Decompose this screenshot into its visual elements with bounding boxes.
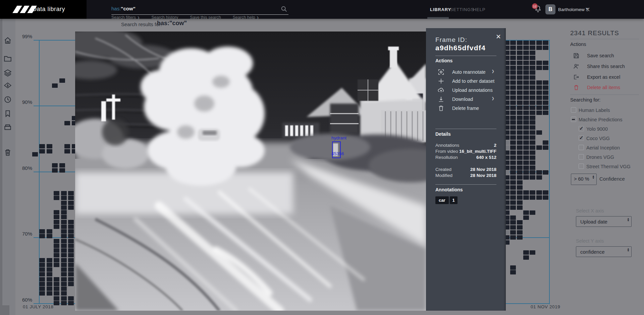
frame-cell[interactable] [523,51,529,55]
frame-cell[interactable] [61,282,67,286]
frame-cell[interactable] [517,96,523,100]
frame-cell[interactable] [47,267,52,272]
frame-cell[interactable] [523,161,529,165]
logo[interactable]: Data library [0,0,87,19]
frame-cell[interactable] [510,120,516,125]
frame-cell[interactable] [517,145,523,150]
frame-cell[interactable] [530,150,535,155]
frame-cell[interactable] [510,230,516,235]
frame-cell[interactable] [510,185,516,190]
frame-cell[interactable] [510,195,516,200]
frame-cell[interactable] [47,287,52,291]
frame-cell[interactable] [39,234,45,238]
frame-cell[interactable] [530,101,535,105]
frame-cell[interactable] [530,75,535,80]
checkbox[interactable] [579,126,584,131]
frame-cell[interactable] [68,205,74,210]
frame-cell[interactable] [68,229,74,234]
frame-cell[interactable] [32,152,38,156]
frame-cell[interactable] [530,80,535,85]
frame-cell[interactable] [59,168,65,173]
thermal-frame-preview[interactable]: hydrant 45356 [75,32,426,311]
frame-cell[interactable] [54,301,59,305]
frame-cell[interactable] [54,291,59,296]
frame-cell[interactable] [61,277,67,281]
frame-cell[interactable] [54,277,59,281]
delete-frame-button[interactable]: Delete frame [426,105,506,113]
archive-icon[interactable] [3,123,12,131]
frame-cell[interactable] [530,161,535,165]
frame-cell[interactable] [543,190,548,195]
frame-cell[interactable] [543,101,548,105]
frame-cell[interactable] [530,120,535,125]
frame-cell[interactable] [517,61,523,65]
history-icon[interactable] [3,95,12,104]
trash-icon[interactable] [3,148,12,157]
frame-cell[interactable] [517,200,523,205]
frame-cell[interactable] [517,85,523,90]
frame-cell[interactable] [54,244,59,248]
frame-cell[interactable] [536,175,542,180]
frame-cell[interactable] [510,170,516,175]
frame-cell[interactable] [517,170,523,175]
frame-cell[interactable] [517,161,523,165]
frame-cell[interactable] [523,120,529,125]
checkbox[interactable] [571,107,576,113]
frame-cell[interactable] [517,135,523,140]
frame-cell[interactable] [54,296,59,301]
search-input[interactable]: has:"cow" [111,6,136,11]
frame-cell[interactable] [543,46,548,50]
frame-cell[interactable] [523,130,529,135]
frame-cell[interactable] [523,170,529,175]
home-icon[interactable] [3,36,12,45]
frame-cell[interactable] [54,253,59,257]
frame-cell[interactable] [39,291,45,296]
avatar[interactable]: B [545,4,555,14]
frame-cell[interactable] [39,277,45,281]
frame-cell[interactable] [61,234,67,238]
frame-cell[interactable] [517,155,523,160]
frame-cell[interactable] [54,215,59,219]
add-to-dataset-button[interactable]: Add to other dataset [426,77,506,85]
frame-cell[interactable] [530,135,535,140]
frame-cell[interactable] [530,85,535,90]
frame-cell[interactable] [523,195,529,200]
frame-cell[interactable] [523,215,529,220]
frame-cell[interactable] [530,51,535,55]
search-icon[interactable] [280,5,288,13]
frame-cell[interactable] [510,161,516,165]
frame-cell[interactable] [68,225,74,229]
frame-cell[interactable] [64,121,70,125]
frame-cell[interactable] [536,145,542,150]
frame-cell[interactable] [54,287,59,291]
frame-cell[interactable] [510,140,516,145]
frame-cell[interactable] [54,210,59,214]
frame-cell[interactable] [543,96,548,100]
frame-cell[interactable] [523,41,529,45]
frame-cell[interactable] [510,61,516,65]
frame-cell[interactable] [68,248,74,253]
frame-cell[interactable] [68,201,74,205]
frame-cell[interactable] [543,106,548,110]
frame-cell[interactable] [517,180,523,185]
frame-cell[interactable] [523,85,529,90]
frame-cell[interactable] [543,195,548,200]
frame-cell[interactable] [68,267,74,272]
frame-cell[interactable] [510,180,516,185]
frame-cell[interactable] [530,145,535,150]
frame-cell[interactable] [61,258,67,262]
frame-cell[interactable] [68,272,74,276]
frame-cell[interactable] [530,140,535,145]
frame-cell[interactable] [510,150,516,155]
frame-cell[interactable] [530,46,535,50]
frame-cell[interactable] [61,301,67,305]
frame-cell[interactable] [517,230,523,235]
x-axis-select[interactable]: Upload date ▲▼ [576,216,632,227]
bookmark-icon[interactable] [3,109,12,118]
frame-cell[interactable] [68,196,74,200]
frame-cell[interactable] [54,191,59,195]
frame-cell[interactable] [523,250,529,255]
user-menu[interactable]: Bartholomew S. [558,7,590,12]
frame-cell[interactable] [61,248,67,253]
frame-cell[interactable] [59,163,65,168]
